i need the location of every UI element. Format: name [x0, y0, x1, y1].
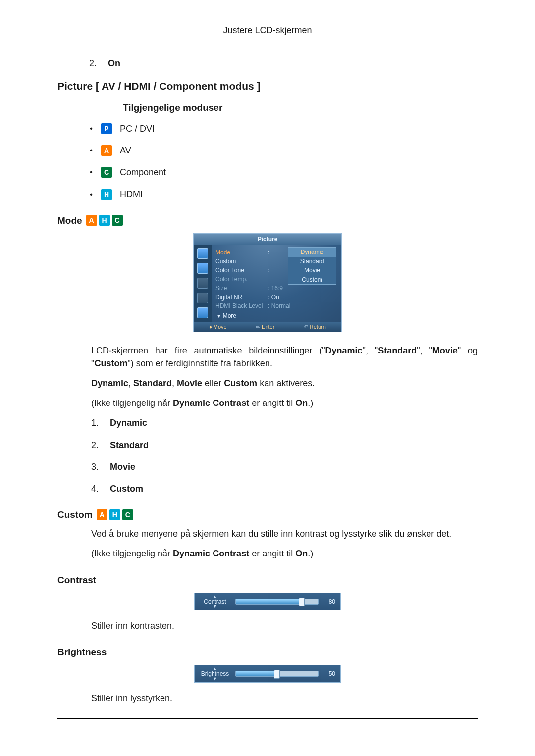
osd-footer: ♦ Move ⏎ Enter ↶ Return [194, 322, 341, 332]
list-number: 1. [91, 416, 102, 429]
contrast-description: Stiller inn kontrasten. [91, 619, 478, 632]
list-item: 4.Custom [91, 482, 478, 495]
list-item: 3.Movie [91, 460, 478, 473]
section-picture-title: Picture [ AV / HDMI / Component modus ] [57, 79, 478, 94]
slider-thumb[interactable] [299, 598, 305, 606]
brightness-heading-text: Brightness [57, 645, 107, 659]
mode-availability-note: (Ikke tilgjengelig når Dynamic Contrast … [91, 397, 478, 409]
list-item: 2. On [89, 57, 478, 70]
osd-row-label: Color Temp. [215, 276, 268, 283]
list-item: 1.Dynamic [91, 416, 478, 429]
osd-main: Mode : Dynamic Standard Movie Custom Cus… [212, 245, 341, 321]
badge-c-icon: C [101, 167, 112, 178]
list-item: • H HDMI [89, 188, 478, 201]
slider-thumb[interactable] [274, 670, 280, 679]
slider-track[interactable] [235, 599, 319, 605]
bullet-icon: • [89, 168, 93, 176]
list-label: Custom [110, 482, 143, 495]
list-number: 4. [91, 482, 102, 495]
osd-row-value: : On [268, 294, 279, 301]
bullet-icon: • [89, 191, 93, 199]
badge-a-icon: A [86, 215, 97, 226]
custom-heading: Custom A H C [57, 508, 478, 522]
osd-row-value: : Normal [268, 302, 290, 309]
osd-more[interactable]: More [215, 310, 338, 320]
osd-title: Picture [194, 234, 341, 245]
available-modes-list: • P PC / DVI • A AV • C Component • H HD… [89, 122, 478, 201]
badge-h-icon: H [101, 189, 112, 200]
list-number: 2. [89, 57, 100, 70]
osd-dropdown-item[interactable]: Standard [288, 257, 336, 266]
custom-description: Ved å bruke menyene på skjermen kan du s… [91, 527, 478, 540]
osd-row-label: HDMI Black Level [215, 302, 268, 309]
bullet-icon: • [89, 147, 93, 154]
mode-description-2: Dynamic, Standard, Movie eller Custom ka… [91, 377, 478, 390]
badge-a-icon: A [101, 145, 112, 156]
mode-heading-badges: A H C [86, 215, 123, 226]
badge-a-icon: A [97, 509, 107, 520]
osd-row[interactable]: Digital NR : On [215, 293, 338, 302]
osd-side-icon [197, 293, 208, 303]
osd-row-label: Digital NR [215, 294, 268, 301]
slider-track[interactable] [235, 671, 319, 677]
badge-c-icon: C [112, 215, 123, 226]
mode-label: AV [120, 144, 131, 157]
badge-h-icon: H [109, 509, 120, 520]
bullet-icon: • [89, 125, 93, 133]
list-label: On [108, 57, 120, 70]
brightness-slider[interactable]: ▲ Brightness ▼ 50 [194, 665, 341, 683]
slider-value: 50 [323, 670, 335, 677]
osd-side-icon [197, 248, 208, 259]
osd-dropdown-item[interactable]: Dynamic [288, 248, 336, 256]
mode-label: PC / DVI [120, 122, 155, 135]
list-item: • A AV [89, 144, 478, 157]
mode-heading: Mode A H C [57, 214, 478, 228]
contrast-heading: Contrast [57, 573, 478, 587]
page-header: Justere LCD-skjermen [57, 24, 478, 39]
slider-fill [236, 599, 302, 604]
custom-heading-text: Custom [57, 508, 93, 522]
chevron-up-icon: ▲ [213, 594, 217, 599]
osd-dropdown-item[interactable]: Custom [288, 275, 336, 284]
osd-footer-enter: ⏎ Enter [256, 324, 274, 330]
osd-row-label: Color Tone [215, 267, 268, 274]
mode-options-list: 1.Dynamic 2.Standard 3.Movie 4.Custom [91, 416, 478, 495]
osd-row-label: Mode [215, 249, 268, 256]
page-footer-rule [57, 718, 478, 719]
mode-description-1: LCD-skjermen har fire automatiske bildei… [91, 344, 478, 370]
osd-row: Size : 16:9 [215, 284, 338, 293]
osd-side-icon [197, 307, 208, 318]
osd-row-value: : [268, 249, 269, 256]
list-label: Standard [110, 439, 149, 452]
contrast-slider[interactable]: ▲ Contrast ▼ 80 [194, 593, 341, 610]
osd-footer-move: ♦ Move [209, 324, 227, 330]
list-item: • C Component [89, 166, 478, 179]
chevron-down-icon: ▼ [213, 676, 217, 681]
osd-sidebar [194, 245, 212, 321]
badge-c-icon: C [122, 509, 133, 520]
osd-row-value: : 16:9 [268, 285, 283, 292]
brightness-heading: Brightness [57, 645, 478, 659]
list-item: 2.Standard [91, 439, 478, 452]
mode-label: Component [120, 166, 166, 179]
osd-row-value: : [268, 267, 269, 274]
osd-dropdown[interactable]: Dynamic Standard Movie Custom [288, 247, 336, 285]
list-number: 3. [91, 460, 102, 473]
slider-label: ▲ Contrast ▼ [200, 598, 230, 605]
osd-side-icon [197, 263, 208, 274]
osd-dropdown-item[interactable]: Movie [288, 266, 336, 275]
mode-label: HDMI [120, 188, 143, 201]
osd-row: HDMI Black Level : Normal [215, 302, 338, 310]
osd-footer-return: ↶ Return [304, 324, 326, 330]
list-number: 2. [91, 439, 102, 452]
osd-row-label: Size [215, 285, 268, 292]
list-label: Dynamic [110, 416, 147, 429]
badge-p-icon: P [101, 123, 112, 134]
custom-availability-note: (Ikke tilgjengelig når Dynamic Contrast … [91, 547, 478, 560]
chevron-down-icon: ▼ [213, 604, 217, 609]
contrast-heading-text: Contrast [57, 573, 96, 587]
chevron-up-icon: ▲ [213, 666, 217, 671]
osd-row-label: Custom [215, 258, 268, 265]
osd-side-icon [197, 278, 208, 289]
slider-value: 80 [323, 598, 335, 605]
